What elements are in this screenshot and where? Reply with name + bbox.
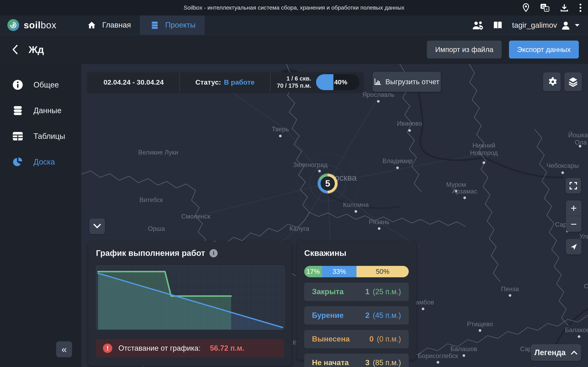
info-icon[interactable]: i [209,249,218,257]
meters-count: 70 / 175 п.м. [277,83,311,89]
map-city-dot [509,294,511,297]
wells-progress-counts: 1 / 6 скв. 70 / 175 п.м. [277,76,311,89]
project-title: Жд [29,44,44,55]
download-report-button[interactable]: Выгрузить отчет [373,72,441,92]
map-city-dot [408,129,411,132]
translate-icon[interactable]: Gя [540,3,550,12]
map-city-dot [483,161,485,164]
sidebar-item-label: Таблицы [34,132,65,141]
map-canvas[interactable]: ЯрославльТверьИвановоЙошкар-ОлаНижний Но… [81,64,588,367]
back-button[interactable] [12,44,18,55]
sidebar-collapse-button[interactable]: « [56,341,72,357]
map-settings-button[interactable] [543,72,561,91]
chart-title-text: График выполнения работ [96,249,205,258]
user-menu[interactable]: tagir_galimov [512,21,580,30]
layers-icon [568,77,578,87]
progress-section: 1 / 6 скв. 70 / 175 п.м. 40% [270,72,363,92]
collapse-statusbar-button[interactable] [89,218,105,234]
pie-chart-icon [12,157,24,167]
table-icon [12,132,24,141]
well-row-drilling: Бурение 2(45 п.м.) [304,306,409,325]
browser-topbar: Soilbox - интеллектуальная система сбора… [0,0,588,16]
alert-value: 56.72 п.м. [210,344,244,352]
well-count: 2 [365,311,370,320]
map-city-dot [318,170,321,173]
well-count: 0 [369,335,374,343]
bar-chart-icon [374,78,381,85]
bar-segment-not-started: 50% [356,266,409,277]
kebab-menu-icon[interactable] [579,3,582,12]
download-icon[interactable] [560,3,569,12]
sidebar-item-board[interactable]: Доска [0,155,81,169]
import-file-button[interactable]: Импорт из файла [427,41,502,58]
nav-item-label: Проекты [165,21,195,29]
map-city-dot [578,335,580,338]
fullscreen-button[interactable] [566,178,581,193]
sidebar-item-label: Доска [34,158,55,166]
project-status: Статус: В работе [180,72,270,92]
map-city-dot [579,145,581,148]
status-value: В работе [224,78,255,86]
map-city-dot [463,197,466,199]
schedule-chart [96,266,285,330]
zoom-in-button[interactable]: + [566,200,581,216]
sidebar-item-general[interactable]: Общее [0,77,81,92]
project-sidebar: Общее Данные Таблицы [0,64,81,367]
well-status-value: 0(0 п.м.) [369,335,401,343]
project-status-bar: 02.04.24 - 30.04.24 Статус: В работе 1 /… [88,72,363,92]
locate-button[interactable] [566,239,581,254]
wells-panel-title: Скважины [304,249,409,258]
well-meters: (45 п.м.) [373,311,401,320]
well-count: 3 [365,359,370,367]
well-meters: (0 п.м.) [377,335,401,343]
progress-bar: 40% [316,74,359,90]
well-status-label: Бурение [312,311,344,320]
bar-segment-closed: 17% [304,266,322,277]
export-data-button[interactable]: Экспорт данных [509,41,579,58]
bar-segment-drilling: 33% [322,266,356,277]
content-area: ЯрославльТверьИвановоЙошкар-ОлаНижний Но… [0,64,588,367]
sidebar-item-label: Данные [34,106,61,115]
well-status-value: 3(85 п.м.) [365,359,401,367]
header-actions: Импорт из файла Экспорт данных [427,41,579,58]
database-icon [12,105,24,116]
nav-menu: Главная Проекты [77,16,204,35]
alert-icon: ! [103,343,112,353]
well-meters: (85 п.м.) [373,359,401,367]
well-row-staked: Вынесена 0(0 п.м.) [304,330,409,348]
docs-book-icon[interactable] [493,21,503,30]
well-status-value: 2(45 п.м.) [365,311,401,320]
well-row-closed: Закрыта 1(25 п.м.) [304,283,409,301]
legend-toggle-button[interactable]: Легенда [531,344,581,361]
sidebar-item-data[interactable]: Данные [0,103,81,118]
map-zoom-controls: + − [566,200,581,232]
zoom-out-button[interactable]: − [566,216,581,232]
map-city-dot [479,329,481,332]
chevron-down-icon [94,224,101,229]
nav-item-projects[interactable]: Проекты [140,16,204,35]
well-cluster-marker[interactable]: 5 [318,174,337,193]
map-city-dot [422,308,424,310]
well-count: 1 [365,287,370,296]
location-pin-icon[interactable] [522,3,530,12]
wells-count: 1 / 6 скв. [286,76,311,82]
project-dates: 02.04.24 - 30.04.24 [88,72,180,92]
sidebar-item-tables[interactable]: Таблицы [0,129,81,143]
nav-item-home[interactable]: Главная [77,16,140,35]
cluster-count: 5 [320,176,335,191]
user-management-icon[interactable] [472,21,484,30]
well-status-label: Закрыта [312,287,344,296]
user-avatar-icon [561,21,571,30]
map-city-dot [455,190,458,192]
well-status-label: Не начата [312,359,349,367]
browser-actions: Gя [522,0,582,16]
legend-label: Легенда [535,348,566,357]
page-document-title: Soilbox - интеллектуальная система сбора… [0,4,588,11]
report-button-label: Выгрузить отчет [385,78,440,86]
map-city-dot [279,135,282,137]
map-layers-button[interactable] [564,72,582,91]
map-city-dot [437,361,439,364]
svg-text:я: я [546,7,547,11]
soilbox-logo[interactable]: soilbox [7,19,56,31]
map-city-dot [355,210,357,213]
